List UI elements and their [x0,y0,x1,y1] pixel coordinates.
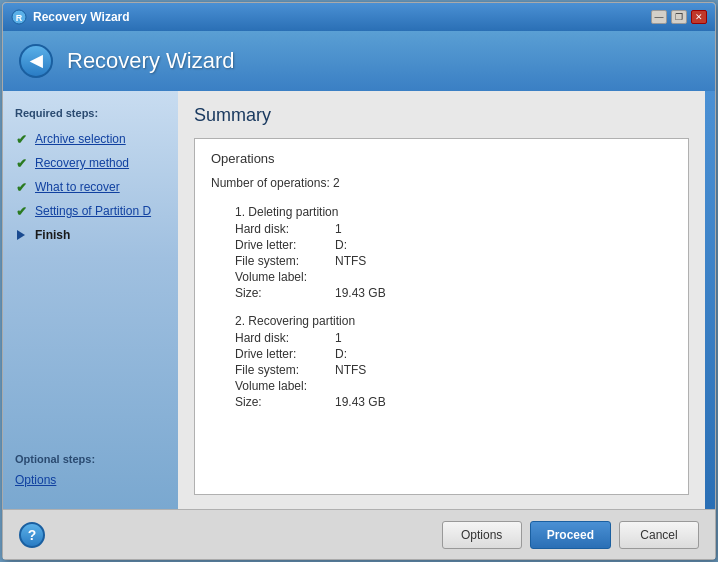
sidebar-item-label: Recovery method [35,156,129,170]
op1-size: Size: 19.43 GB [211,286,672,300]
content-area: Summary Operations Number of operations:… [178,91,705,509]
sidebar-item-label: Finish [35,228,70,242]
sidebar-item-what-to-recover[interactable]: ✔ What to recover [3,175,178,199]
op1-file-system: File system: NTFS [211,254,672,268]
op2-size: Size: 19.43 GB [211,395,672,409]
back-button[interactable]: ◀ [19,44,53,78]
val-size: 19.43 GB [335,286,386,300]
footer-left: ? [19,522,434,548]
val-hard-disk: 1 [335,222,342,236]
close-button[interactable]: ✕ [691,10,707,24]
checkmark-icon: ✔ [13,155,29,171]
optional-steps-section: Optional steps: Options [3,445,178,497]
required-steps-label: Required steps: [3,103,178,127]
key-drive-letter2: Drive letter: [235,347,335,361]
arrow-right-icon [13,227,29,243]
key-file-system2: File system: [235,363,335,377]
svg-text:R: R [16,13,23,23]
sidebar-item-settings-partition-d[interactable]: ✔ Settings of Partition D [3,199,178,223]
val-drive-letter: D: [335,238,347,252]
summary-box: Operations Number of operations: 2 1. De… [194,138,689,495]
op2-file-system: File system: NTFS [211,363,672,377]
header-title: Recovery Wizard [67,48,234,74]
operation2-header: 2. Recovering partition [211,314,672,328]
recovery-wizard-window: R Recovery Wizard — ❐ ✕ ◀ Recovery Wizar… [2,2,716,560]
num-operations-line: Number of operations: 2 [211,176,672,190]
proceed-button[interactable]: Proceed [530,521,611,549]
op2-volume-label: Volume label: [211,379,672,393]
key-hard-disk: Hard disk: [235,222,335,236]
op1-hard-disk: Hard disk: 1 [211,222,672,236]
spacer1 [211,193,672,205]
val-drive-letter2: D: [335,347,347,361]
checkmark-icon: ✔ [13,179,29,195]
key-size2: Size: [235,395,335,409]
checkmark-icon: ✔ [13,203,29,219]
sidebar-item-archive-selection[interactable]: ✔ Archive selection [3,127,178,151]
titlebar-buttons: — ❐ ✕ [651,10,707,24]
op1-volume-label: Volume label: [211,270,672,284]
val-file-system: NTFS [335,254,366,268]
main-area: Required steps: ✔ Archive selection ✔ Re… [3,91,715,509]
key-file-system: File system: [235,254,335,268]
operations-label: Operations [211,151,672,166]
help-button[interactable]: ? [19,522,45,548]
options-button[interactable]: Options [442,521,522,549]
page-title: Summary [194,105,689,126]
svg-marker-2 [17,230,25,240]
window-icon: R [11,9,27,25]
key-volume-label: Volume label: [235,270,335,284]
sidebar-item-label: What to recover [35,180,120,194]
key-size: Size: [235,286,335,300]
val-hard-disk2: 1 [335,331,342,345]
spacer2 [211,302,672,314]
sidebar-item-finish[interactable]: Finish [3,223,178,247]
val-file-system2: NTFS [335,363,366,377]
key-volume-label2: Volume label: [235,379,335,393]
right-strip [705,91,715,509]
sidebar-item-label: Archive selection [35,132,126,146]
key-drive-letter: Drive letter: [235,238,335,252]
minimize-button[interactable]: — [651,10,667,24]
header: ◀ Recovery Wizard [3,31,715,91]
op2-hard-disk: Hard disk: 1 [211,331,672,345]
val-size2: 19.43 GB [335,395,386,409]
options-link[interactable]: Options [15,471,166,489]
cancel-button[interactable]: Cancel [619,521,699,549]
restore-button[interactable]: ❐ [671,10,687,24]
op1-drive-letter: Drive letter: D: [211,238,672,252]
sidebar: Required steps: ✔ Archive selection ✔ Re… [3,91,178,509]
sidebar-item-recovery-method[interactable]: ✔ Recovery method [3,151,178,175]
optional-steps-label: Optional steps: [15,453,166,465]
key-hard-disk2: Hard disk: [235,331,335,345]
window-title: Recovery Wizard [33,10,651,24]
operation1-header: 1. Deleting partition [211,205,672,219]
checkmark-icon: ✔ [13,131,29,147]
op2-drive-letter: Drive letter: D: [211,347,672,361]
footer: ? Options Proceed Cancel [3,509,715,559]
sidebar-item-label: Settings of Partition D [35,204,151,218]
titlebar: R Recovery Wizard — ❐ ✕ [3,3,715,31]
